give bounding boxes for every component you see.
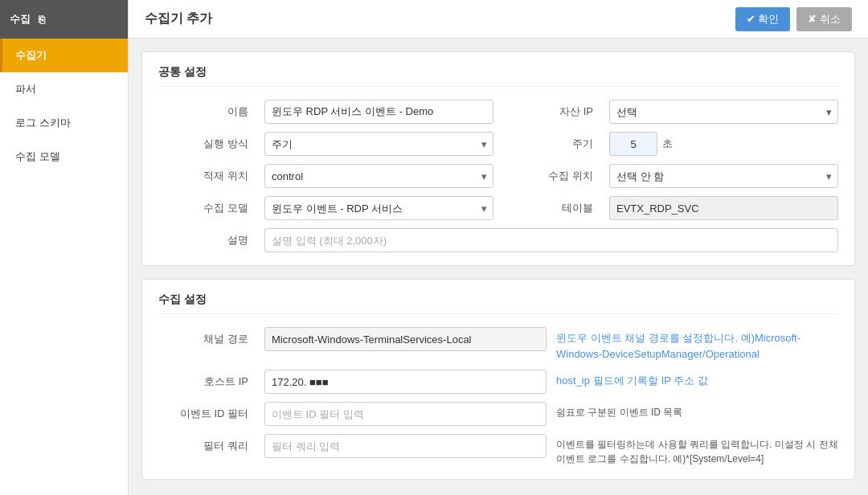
topbar-actions: ✔ 확인 ✘ 취소 [735, 7, 852, 31]
name-label: 이름 [158, 104, 255, 119]
filter-query-desc: 이벤트를 필터링하는데 사용할 쿼리를 입력합니다. 미설정 시 전체 이벤트 … [556, 434, 838, 466]
share-icon[interactable]: ⎘ [39, 14, 45, 26]
sidebar-item-log-schema[interactable]: 로그 스키마 [0, 106, 128, 140]
period-label: 주기 [503, 137, 600, 151]
period-unit: 초 [662, 137, 673, 151]
main: 수집기 추가 ✔ 확인 ✘ 취소 공통 설정 이름 자산 IP 선택 실행 방 [129, 0, 868, 495]
table-input [609, 196, 838, 220]
sidebar-title: 수집 [10, 12, 31, 27]
collect-location-label: 수집 위치 [503, 169, 600, 183]
event-id-filter-label: 이벤트 ID 필터 [158, 402, 255, 421]
collect-settings-card: 수집 설정 채널 경로 윈도우 이벤트 채널 경로를 설정합니다. 예)Micr… [141, 279, 855, 480]
collect-location-select[interactable]: 선택 안 함 [609, 164, 838, 188]
common-settings-card: 공통 설정 이름 자산 IP 선택 실행 방식 주기 주 [141, 51, 855, 266]
collect-settings-form: 채널 경로 윈도우 이벤트 채널 경로를 설정합니다. 예)Microsoft-… [158, 327, 838, 466]
period-group: 초 [609, 132, 838, 156]
collect-model-select[interactable]: 윈도우 이벤트 - RDP 서비스 [264, 196, 493, 220]
host-ip-desc: host_ip 필드에 기록할 IP 주소 값 [556, 370, 838, 389]
host-ip-label: 호스트 IP [158, 370, 255, 389]
sidebar: 수집 ⎘ 수집기 파서 로그 스키마 수집 모델 [0, 0, 129, 495]
asset-ip-select-wrapper: 선택 [609, 100, 838, 124]
event-id-filter-input[interactable] [264, 402, 547, 426]
sidebar-item-parser[interactable]: 파서 [0, 72, 128, 106]
topbar: 수집기 추가 ✔ 확인 ✘ 취소 [129, 0, 868, 39]
collect-settings-title: 수집 설정 [158, 292, 838, 314]
content-area: 공통 설정 이름 자산 IP 선택 실행 방식 주기 주 [129, 39, 868, 495]
asset-ip-label: 자산 IP [503, 104, 600, 119]
page-title: 수집기 추가 [145, 10, 212, 27]
common-settings-form: 이름 자산 IP 선택 실행 방식 주기 주기 [158, 100, 838, 252]
confirm-button[interactable]: ✔ 확인 [735, 7, 791, 31]
cancel-button[interactable]: ✘ 취소 [796, 7, 852, 31]
asset-ip-select[interactable]: 선택 [609, 100, 838, 124]
name-input[interactable] [264, 100, 493, 124]
apply-location-select[interactable]: control [264, 164, 493, 188]
apply-location-label: 적재 위치 [158, 169, 255, 183]
sidebar-item-collect-model[interactable]: 수집 모델 [0, 140, 128, 174]
run-method-select[interactable]: 주기 [264, 132, 493, 156]
channel-path-input[interactable] [264, 327, 547, 351]
filter-query-input[interactable] [264, 434, 547, 458]
channel-path-desc: 윈도우 이벤트 채널 경로를 설정합니다. 예)Microsoft-Window… [556, 327, 838, 362]
sidebar-header: 수집 ⎘ [0, 0, 128, 39]
collect-model-label: 수집 모델 [158, 201, 255, 215]
apply-location-select-wrapper: control [264, 164, 493, 188]
filter-query-label: 필터 쿼리 [158, 434, 255, 453]
collect-model-select-wrapper: 윈도우 이벤트 - RDP 서비스 [264, 196, 493, 220]
run-method-label: 실행 방식 [158, 137, 255, 151]
common-settings-title: 공통 설정 [158, 65, 838, 87]
host-ip-input[interactable] [264, 370, 547, 394]
channel-path-label: 채널 경로 [158, 327, 255, 346]
period-input[interactable] [609, 132, 657, 156]
sidebar-item-collector[interactable]: 수집기 [0, 39, 128, 72]
description-input[interactable] [264, 228, 838, 252]
event-id-filter-desc: 쉼표로 구분된 이벤트 ID 목록 [556, 402, 838, 419]
collect-location-select-wrapper: 선택 안 함 [609, 164, 838, 188]
description-label: 설명 [158, 233, 255, 248]
run-method-select-wrapper: 주기 [264, 132, 493, 156]
table-label: 테이블 [503, 201, 600, 215]
